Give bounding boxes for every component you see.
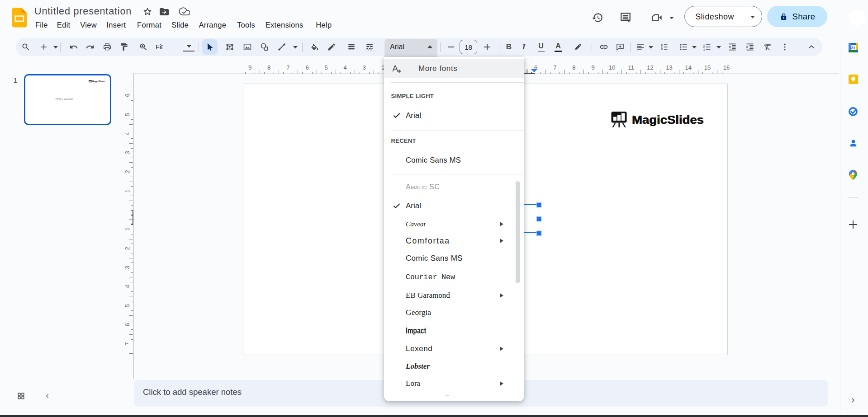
svg-text:3: 3 — [703, 48, 705, 51]
svg-text:31: 31 — [851, 46, 855, 50]
